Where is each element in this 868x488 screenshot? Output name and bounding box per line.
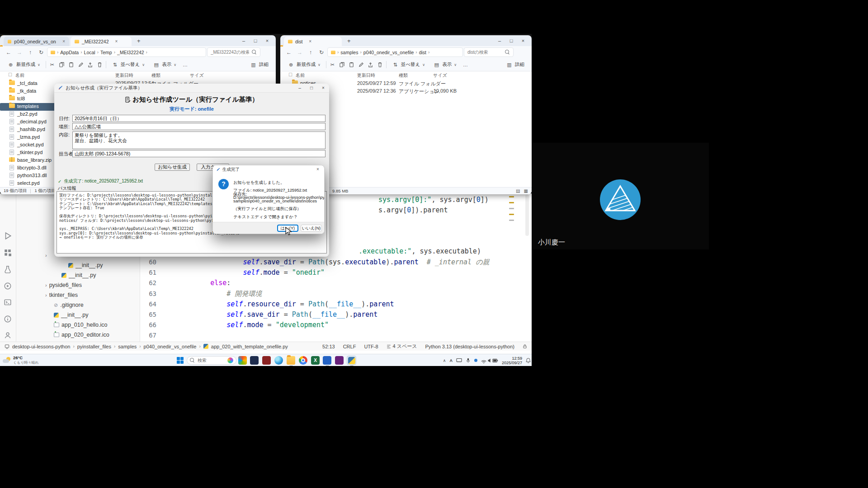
- delete-icon[interactable]: [377, 61, 383, 68]
- close-tab-icon[interactable]: ×: [115, 39, 118, 44]
- tab-dist[interactable]: dist×: [284, 37, 342, 46]
- up-button[interactable]: ↑: [306, 49, 316, 56]
- generate-button[interactable]: お知らせ生成: [155, 164, 190, 171]
- close-button[interactable]: ×: [261, 38, 273, 43]
- column-date[interactable]: 更新日時: [115, 72, 133, 79]
- column-kind[interactable]: 種類: [151, 72, 160, 79]
- lock-icon[interactable]: [523, 344, 527, 349]
- account-icon[interactable]: [4, 331, 13, 340]
- taskbar-icon-chrome[interactable]: [298, 356, 308, 365]
- paste-icon[interactable]: [68, 61, 75, 68]
- taskbar-icon-excel[interactable]: X: [311, 356, 320, 365]
- cursor-position[interactable]: 52:13: [322, 344, 335, 349]
- person-field[interactable]: 山田太郎 (090-1234-5678): [72, 150, 326, 157]
- eol-indicator[interactable]: CRLF: [343, 344, 356, 349]
- large-icons-view-icon[interactable]: ▦: [524, 188, 528, 193]
- new-tab-button[interactable]: +: [343, 38, 355, 44]
- new-button[interactable]: ⊕新規作成∨: [285, 60, 323, 70]
- search-box[interactable]: _MEI322242の検索: [207, 47, 260, 57]
- interpreter-indicator[interactable]: Python 3.13 (desktop-ui-lessons-python): [425, 344, 515, 349]
- bluetooth-icon[interactable]: [474, 359, 477, 362]
- extensions-icon[interactable]: [4, 249, 13, 258]
- sort-button[interactable]: ⇅並べ替え∨: [109, 60, 147, 70]
- copy-icon[interactable]: [58, 61, 65, 68]
- dialog-title-bar[interactable]: 生成完了: [213, 165, 324, 174]
- place-field[interactable]: △△公園広場: [72, 123, 326, 130]
- encoding-indicator[interactable]: UTF-8: [364, 344, 378, 349]
- mic-icon[interactable]: [466, 358, 471, 363]
- tree-item-init-py[interactable]: __init__.py: [54, 310, 88, 319]
- share-icon[interactable]: [87, 61, 94, 68]
- info-icon[interactable]: [4, 315, 13, 324]
- run-icon[interactable]: [4, 232, 13, 241]
- details-view-icon[interactable]: ▤: [516, 188, 520, 193]
- tree-item-tkinter-files[interactable]: ›tkinter_files: [45, 291, 78, 300]
- tree-item-init-py[interactable]: __init__.py: [61, 271, 96, 280]
- maximize-button[interactable]: □: [250, 38, 261, 43]
- more-options-icon[interactable]: …: [182, 61, 189, 68]
- select-all-checkbox[interactable]: ☐: [288, 72, 292, 77]
- tree-item-app-020-editor-ico[interactable]: app_020_editor.ico: [54, 330, 109, 339]
- column-size[interactable]: サイズ: [433, 72, 447, 79]
- column-name[interactable]: 名前: [296, 72, 305, 79]
- maximize-button[interactable]: □: [306, 84, 317, 93]
- breadcrumb-filename[interactable]: app_020_with_template_onefile.py: [211, 344, 288, 349]
- new-tab-button[interactable]: +: [133, 38, 145, 44]
- display-icon[interactable]: [456, 358, 462, 363]
- breadcrumb[interactable]: Local: [84, 50, 95, 55]
- forward-button[interactable]: →: [14, 49, 24, 56]
- address-bar[interactable]: › AppData› Local› Temp› _MEI322242›: [47, 47, 206, 57]
- taskbar-icon-powershell[interactable]: [262, 356, 271, 365]
- back-button[interactable]: ←: [284, 49, 294, 56]
- tab-p040-onedir-vs-onefile[interactable]: p040_onedir_vs_onefile×: [4, 37, 69, 46]
- indent-indicator[interactable]: 4 スペース: [387, 343, 417, 350]
- refresh-button[interactable]: ↻: [316, 49, 326, 56]
- taskbar-icon-photos[interactable]: [238, 356, 247, 365]
- sort-button[interactable]: ⇅並べ替え∨: [389, 60, 428, 70]
- close-button[interactable]: ×: [517, 38, 529, 43]
- tree-item-gitignore[interactable]: ⊘.gitignore: [54, 300, 84, 310]
- editor-scrollbar[interactable]: [525, 194, 529, 236]
- test-beaker-icon[interactable]: [4, 265, 13, 274]
- more-options-icon[interactable]: …: [462, 61, 469, 68]
- search-box[interactable]: distの検索: [464, 47, 514, 57]
- taskbar-icon-explorer[interactable]: [286, 356, 296, 365]
- paste-icon[interactable]: [348, 61, 355, 68]
- taskbar-icon-python[interactable]: [347, 356, 356, 365]
- no-button[interactable]: いいえ(N): [301, 225, 322, 232]
- body-field[interactable]: 夏祭りを開催します。 屋台、盆踊り、花火大会: [72, 131, 326, 149]
- minimize-button[interactable]: –: [294, 84, 306, 93]
- back-button[interactable]: ←: [4, 49, 14, 56]
- breadcrumb[interactable]: p040_onedir_vs_onefile: [144, 344, 197, 349]
- date-field[interactable]: 2025年8月16日（日）: [72, 115, 326, 122]
- column-date[interactable]: 更新日時: [357, 72, 375, 79]
- view-button[interactable]: ▤表示∨: [430, 60, 459, 70]
- notification-bell-icon[interactable]: [526, 358, 531, 363]
- tab-mei322242[interactable]: _MEI322242×: [71, 37, 132, 46]
- delete-icon[interactable]: [96, 61, 103, 68]
- taskbar-clock[interactable]: 12:592025/09/27: [502, 356, 522, 365]
- weather-widget[interactable]: 26°Cくもり時々晴れ: [3, 355, 39, 365]
- cut-icon[interactable]: ✂: [49, 61, 56, 68]
- rename-icon[interactable]: [358, 61, 364, 68]
- column-name[interactable]: 名前: [15, 72, 24, 79]
- breadcrumb[interactable]: AppData: [60, 50, 79, 55]
- details-pane-button[interactable]: ▥詳細: [503, 60, 527, 70]
- tree-chevron-icon[interactable]: ›: [45, 253, 47, 258]
- tree-item-app-010-hello-ico[interactable]: app_010_hello.ico: [54, 320, 107, 329]
- rename-icon[interactable]: [77, 61, 84, 68]
- maximize-button[interactable]: □: [505, 38, 517, 43]
- breadcrumb[interactable]: _MEI322242: [117, 50, 144, 55]
- share-icon[interactable]: [367, 61, 374, 68]
- copy-icon[interactable]: [339, 61, 345, 68]
- close-button[interactable]: ×: [311, 165, 324, 174]
- start-button[interactable]: [175, 356, 185, 365]
- taskbar-search[interactable]: 検索: [187, 356, 236, 365]
- tray-expand-icon[interactable]: ∧: [443, 358, 446, 363]
- taskbar-icon-edge[interactable]: [274, 356, 283, 365]
- ime-indicator[interactable]: A: [449, 358, 453, 363]
- title-bar[interactable]: お知らせ作成（実行ファイル基準） –□×: [54, 84, 329, 93]
- taskbar-icon-notepad[interactable]: [250, 356, 259, 365]
- close-button[interactable]: ×: [317, 84, 329, 93]
- breadcrumb[interactable]: desktop-ui-lessons-python: [12, 344, 70, 349]
